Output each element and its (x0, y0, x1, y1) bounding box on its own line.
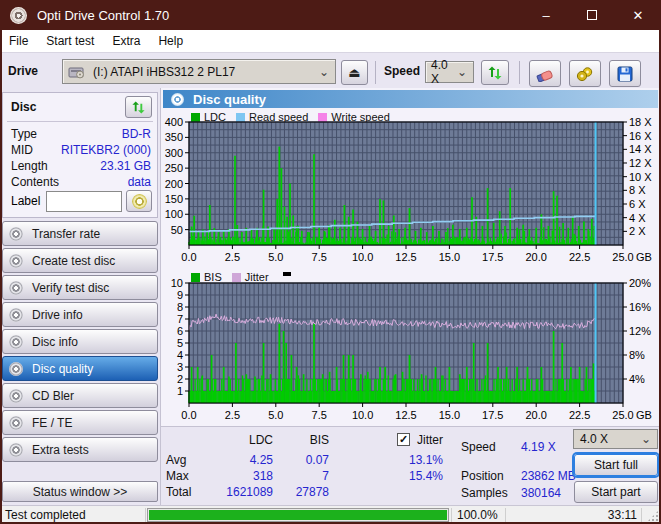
divider (145, 508, 146, 523)
svg-text:50: 50 (171, 224, 183, 236)
svg-text:16 X: 16 X (629, 130, 652, 142)
svg-text:10.0: 10.0 (352, 251, 373, 263)
window-border (0, 0, 2, 524)
resize-grip[interactable] (647, 510, 659, 522)
app-window: Opti Drive Control 1.70 – ✕ File Start t… (0, 0, 661, 524)
jitter-checkbox[interactable]: ✓ (397, 433, 410, 446)
erase-disc-button[interactable] (529, 60, 561, 87)
speed-select[interactable]: 4.0 X ⌄ (425, 61, 474, 83)
max-ldc-value: 318 (209, 469, 273, 483)
menu-extra[interactable]: Extra (103, 30, 149, 52)
sidebar-item-disc-quality[interactable]: Disc quality (2, 356, 158, 381)
start-full-button[interactable]: Start full (574, 454, 658, 476)
svg-text:17.5: 17.5 (482, 409, 503, 421)
disc-panel-title: Disc (11, 100, 36, 114)
svg-text:2 X: 2 X (629, 225, 646, 237)
svg-text:300: 300 (165, 147, 183, 159)
chevron-down-icon: ⌄ (319, 65, 329, 79)
legend-marker (283, 272, 291, 276)
menu-help[interactable]: Help (149, 30, 192, 52)
svg-text:2: 2 (177, 373, 183, 385)
close-button[interactable]: ✕ (615, 0, 661, 30)
svg-text:25.0: 25.0 (612, 251, 633, 263)
speed-select-value: 4.0 X (431, 58, 457, 86)
sidebar-item-cd-bler[interactable]: CD Bler (2, 383, 158, 408)
progress-bar (147, 508, 449, 522)
disc-field-type: Type BD-R (11, 127, 151, 141)
start-part-button[interactable]: Start part (574, 481, 658, 503)
drive-label: Drive (8, 64, 38, 78)
disc-icon (9, 308, 23, 322)
sidebar-item-create-test-disc[interactable]: Create test disc (2, 248, 158, 273)
field-value: BD-R (122, 127, 151, 141)
svg-text:100: 100 (165, 208, 183, 220)
tools-button[interactable] (569, 60, 601, 87)
disc-icon (9, 389, 23, 403)
field-value: 23.31 GB (100, 159, 151, 173)
refresh-disc-button[interactable] (125, 96, 152, 118)
elapsed-time: 33:11 (608, 508, 637, 522)
svg-text:7: 7 (177, 313, 183, 325)
jitter-checkbox-label: Jitter (417, 433, 443, 447)
disc-icon (9, 227, 23, 241)
status-window-button[interactable]: Status window >> (2, 481, 158, 502)
floppy-disk-icon (617, 66, 633, 82)
disc-label-button[interactable] (126, 190, 152, 212)
svg-text:150: 150 (165, 193, 183, 205)
cd-icon (132, 194, 147, 209)
disc-icon (9, 281, 23, 295)
svg-text:6 X: 6 X (629, 198, 646, 210)
maximize-icon (587, 10, 597, 20)
divider (451, 508, 452, 523)
sidebar-item-transfer-rate[interactable]: Transfer rate (2, 221, 158, 246)
svg-text:5: 5 (177, 337, 183, 349)
max-bis-value: 7 (277, 469, 329, 483)
svg-text:1: 1 (177, 385, 183, 397)
test-speed-value: 4.0 X (580, 432, 608, 446)
disc-label-input[interactable] (46, 191, 122, 212)
disc-field-contents: Contents data (11, 175, 151, 189)
drive-toolbar: Drive (I:) ATAPI iHBS312 2 PL17 ⌄ ⏏ Spee… (0, 52, 661, 88)
minimize-button[interactable]: – (523, 0, 569, 30)
sidebar-item-drive-info[interactable]: Drive info (2, 302, 158, 327)
sidebar-item-fe-te[interactable]: FE / TE (2, 410, 158, 435)
eject-button[interactable]: ⏏ (341, 60, 368, 85)
disc-icon (9, 416, 23, 430)
svg-text:4 X: 4 X (629, 212, 646, 224)
test-speed-select[interactable]: 4.0 X ⌄ (573, 429, 658, 449)
svg-text:200: 200 (165, 178, 183, 190)
close-icon: ✕ (633, 8, 644, 23)
samples-value: 380164 (521, 486, 561, 500)
menubar: File Start test Extra Help (0, 30, 661, 52)
menu-file[interactable]: File (0, 30, 37, 52)
svg-text:22.5: 22.5 (569, 409, 590, 421)
svg-text:5.0: 5.0 (268, 409, 283, 421)
drive-select[interactable]: (I:) ATAPI iHBS312 2 PL17 ⌄ (62, 59, 336, 84)
gears-icon (576, 66, 594, 82)
svg-text:2.5: 2.5 (225, 409, 240, 421)
refresh-drive-button[interactable] (481, 60, 509, 85)
speed-label: Speed (384, 64, 420, 78)
samples-label: Samples (461, 486, 508, 500)
svg-text:8 X: 8 X (629, 184, 646, 196)
svg-text:18 X: 18 X (629, 116, 652, 128)
menu-start-test[interactable]: Start test (37, 30, 103, 52)
sidebar-item-extra-tests[interactable]: Extra tests (2, 437, 158, 462)
chevron-down-icon: ⌄ (457, 65, 467, 79)
sidebar-item-disc-info[interactable]: Disc info (2, 329, 158, 354)
svg-text:8%: 8% (629, 349, 645, 361)
svg-text:12.5: 12.5 (395, 251, 416, 263)
titlebar: Opti Drive Control 1.70 – ✕ (0, 0, 661, 30)
minimize-icon: – (542, 8, 549, 23)
sidebar-item-verify-test-disc[interactable]: Verify test disc (2, 275, 158, 300)
field-label: Contents (11, 175, 59, 189)
svg-text:GB: GB (636, 409, 652, 421)
svg-text:7.5: 7.5 (312, 251, 327, 263)
save-button[interactable] (609, 60, 641, 87)
svg-text:3: 3 (177, 361, 183, 373)
maximize-button[interactable] (569, 0, 615, 30)
svg-text:4: 4 (177, 349, 183, 361)
svg-text:4%: 4% (629, 373, 645, 385)
svg-text:14 X: 14 X (629, 143, 652, 155)
panel-title: Disc quality (193, 92, 266, 107)
